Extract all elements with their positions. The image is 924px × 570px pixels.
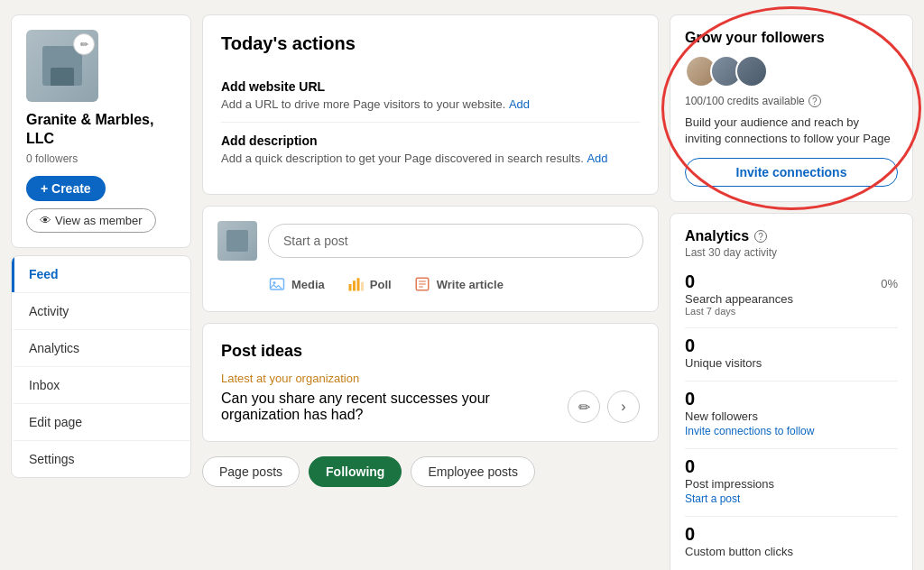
grow-followers-card: Grow your followers 100/100 credits avai… — [670, 14, 913, 202]
nav-menu: Feed Activity Analytics Inbox Edit page … — [11, 255, 191, 478]
feed-tabs: Page posts Following Employee posts — [202, 453, 659, 491]
action-website-desc: Add a URL to drive more Page visitors to… — [221, 97, 640, 111]
connection-avatar-3 — [735, 55, 768, 87]
post-actions-row: Media Poll Write article — [217, 271, 643, 297]
search-appearances-sublabel: Last 7 days — [685, 306, 898, 317]
new-followers-label: New followers — [685, 409, 898, 423]
poll-label: Poll — [370, 278, 392, 291]
search-appearances-num: 0 — [685, 271, 695, 292]
analytics-row-impressions: 0 Post impressions Start a post — [685, 456, 898, 505]
grow-followers-title: Grow your followers — [685, 30, 898, 46]
action-website-add-link[interactable]: Add — [509, 97, 530, 111]
sidebar-item-settings[interactable]: Settings — [12, 440, 190, 477]
action-item-description: Add description Add a quick description … — [221, 123, 640, 176]
analytics-row-custom-clicks: 0 Custom button clicks — [685, 524, 898, 558]
analytics-help-icon[interactable]: ? — [754, 230, 767, 243]
action-description-add-link[interactable]: Add — [587, 152, 607, 165]
custom-button-clicks-label: Custom button clicks — [685, 545, 898, 558]
custom-button-clicks-num: 0 — [685, 524, 695, 545]
unique-visitors-label: Unique visitors — [685, 356, 898, 370]
action-description-title: Add description — [221, 133, 640, 148]
post-card: Start a post Media Poll — [202, 206, 659, 312]
view-as-member-button[interactable]: 👁 View as member — [26, 208, 156, 233]
grow-avatars — [685, 55, 898, 87]
tab-following[interactable]: Following — [309, 456, 402, 487]
sidebar-item-activity[interactable]: Activity — [12, 292, 190, 329]
post-input-row: Start a post — [217, 221, 643, 261]
invite-connections-button[interactable]: Invite connections — [685, 158, 898, 187]
post-idea-actions: ✏ › — [568, 391, 640, 423]
post-idea-row: Can you share any recent successes your … — [221, 391, 640, 423]
sidebar-item-analytics[interactable]: Analytics — [12, 329, 190, 366]
todays-actions-title: Today's actions — [221, 33, 640, 54]
eye-icon: 👁 — [40, 214, 51, 227]
grow-desc: Build your audience and reach by invitin… — [685, 115, 898, 147]
action-item-website: Add website URL Add a URL to drive more … — [221, 69, 640, 123]
analytics-title: Analytics — [685, 228, 749, 244]
svg-rect-3 — [353, 280, 356, 290]
analytics-card: Analytics ? Last 30 day activity 0 0% Se… — [670, 213, 913, 570]
new-followers-num: 0 — [685, 389, 695, 409]
followers-count: 0 followers — [26, 152, 78, 165]
post-avatar-graphic — [226, 230, 248, 252]
company-name: Granite & Marbles, LLC — [26, 111, 176, 149]
post-avatar — [217, 221, 257, 261]
edit-idea-icon: ✏ — [578, 399, 590, 416]
post-idea-text: Can you share any recent successes your … — [221, 391, 568, 423]
write-article-label: Write article — [437, 278, 504, 291]
todays-actions-card: Today's actions Add website URL Add a UR… — [202, 14, 659, 195]
invite-connections-link[interactable]: Invite connections to follow — [685, 425, 814, 437]
search-appearances-label: Search appearances — [685, 292, 898, 306]
search-appearances-pct: 0% — [881, 277, 898, 290]
post-impressions-label: Post impressions — [685, 477, 898, 491]
sidebar-item-feed[interactable]: Feed — [12, 256, 190, 292]
sidebar-item-edit-page[interactable]: Edit page — [12, 403, 190, 440]
start-post-input[interactable]: Start a post — [268, 224, 643, 258]
company-logo-wrap: ✏ — [26, 30, 98, 102]
chevron-right-icon: › — [621, 399, 625, 415]
post-write-article-button[interactable]: Write article — [413, 271, 504, 297]
create-button[interactable]: + Create — [26, 176, 106, 201]
action-description-desc: Add a quick description to get your Page… — [221, 152, 640, 165]
post-media-button[interactable]: Media — [268, 271, 325, 297]
post-idea-label: Latest at your organization — [221, 372, 640, 385]
poll-icon — [346, 275, 365, 293]
analytics-row-followers: 0 New followers Invite connections to fo… — [685, 389, 898, 437]
svg-rect-2 — [348, 284, 351, 291]
view-member-label: View as member — [55, 214, 143, 227]
svg-rect-5 — [361, 282, 364, 291]
svg-rect-0 — [271, 279, 284, 290]
sidebar-item-inbox[interactable]: Inbox — [12, 366, 190, 403]
start-a-post-link[interactable]: Start a post — [685, 492, 740, 505]
profile-card: ✏ Granite & Marbles, LLC 0 followers + C… — [11, 14, 191, 248]
unique-visitors-num: 0 — [685, 336, 695, 356]
analytics-header: Analytics ? — [685, 228, 898, 244]
post-ideas-card: Post ideas Latest at your organization C… — [202, 323, 659, 442]
post-idea-next-button[interactable]: › — [607, 391, 640, 423]
media-label: Media — [291, 278, 325, 291]
article-icon — [413, 275, 431, 293]
right-panel: Grow your followers 100/100 credits avai… — [670, 14, 913, 570]
post-poll-button[interactable]: Poll — [346, 271, 392, 297]
sidebar: ✏ Granite & Marbles, LLC 0 followers + C… — [11, 14, 191, 570]
post-idea-edit-button[interactable]: ✏ — [568, 391, 600, 423]
credits-help-icon[interactable]: ? — [808, 95, 821, 107]
post-impressions-num: 0 — [685, 456, 695, 477]
svg-point-1 — [273, 281, 276, 284]
svg-rect-4 — [356, 278, 359, 290]
post-ideas-title: Post ideas — [221, 342, 640, 361]
tab-page-posts[interactable]: Page posts — [202, 456, 300, 487]
image-icon — [268, 275, 286, 293]
edit-logo-button[interactable]: ✏ — [73, 33, 95, 55]
main-content: Today's actions Add website URL Add a UR… — [202, 14, 659, 570]
analytics-subtitle: Last 30 day activity — [685, 246, 898, 259]
analytics-row-visitors: 0 Unique visitors — [685, 336, 898, 370]
tab-employee-posts[interactable]: Employee posts — [411, 456, 535, 487]
analytics-row-search: 0 0% Search appearances Last 7 days — [685, 271, 898, 317]
grow-credits: 100/100 credits available ? — [685, 95, 898, 107]
action-website-title: Add website URL — [221, 79, 640, 94]
